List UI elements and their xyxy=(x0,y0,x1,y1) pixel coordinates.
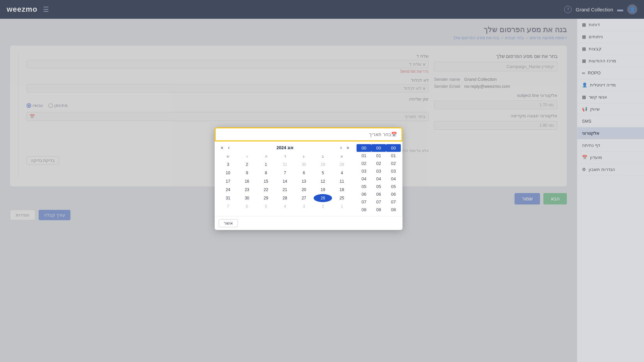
time-item-hour-00[interactable]: 00 xyxy=(386,144,401,152)
cal-day-6[interactable]: 3 xyxy=(219,161,237,169)
time-item-min2-03[interactable]: 03 xyxy=(357,167,371,175)
time-item-min1-00[interactable]: 00 xyxy=(371,144,386,152)
time-item-min2-07[interactable]: 07 xyxy=(357,198,371,206)
cal-day-15[interactable]: 12 xyxy=(314,177,332,185)
time-item-min2-08[interactable]: 08 xyxy=(357,206,371,214)
cal-day-14[interactable]: 11 xyxy=(332,177,351,185)
cal-day-27[interactable]: 24 xyxy=(219,186,237,194)
cal-day-17[interactable]: 14 xyxy=(276,177,294,185)
cal-day-3[interactable]: 31 xyxy=(276,161,294,169)
cal-day-5[interactable]: 2 xyxy=(238,161,257,169)
cal-day-31[interactable]: 28 xyxy=(276,194,294,202)
cal-next-month[interactable]: › xyxy=(226,144,232,151)
cal-day-35[interactable]: 1 xyxy=(332,202,351,210)
cal-confirm-button[interactable]: אשור xyxy=(219,219,238,227)
cal-day-33[interactable]: 30 xyxy=(238,194,257,202)
cal-day-8[interactable]: 5 xyxy=(314,169,332,177)
time-col-minutes1: 00 01 02 03 04 05 06 07 08 xyxy=(371,144,386,214)
cal-day-28[interactable]: 25 xyxy=(332,194,351,202)
cal-day-30[interactable]: 27 xyxy=(294,194,313,202)
cal-day-38[interactable]: 4 xyxy=(276,202,294,210)
cal-day-25[interactable]: 22 xyxy=(257,186,275,194)
time-item-hour-08[interactable]: 08 xyxy=(386,206,401,214)
cal-day-37[interactable]: 3 xyxy=(294,202,313,210)
cal-day-24[interactable]: 21 xyxy=(276,186,294,194)
cal-days-header: א ב ג ד ה ו ש xyxy=(219,154,351,159)
cal-month-label: אוג 2024 xyxy=(276,145,293,150)
cal-prev-year[interactable]: « xyxy=(344,144,351,151)
cal-day-20[interactable]: 17 xyxy=(219,177,237,185)
cal-next-year[interactable]: » xyxy=(219,144,225,151)
time-item-hour-04[interactable]: 04 xyxy=(386,175,401,183)
cal-day-7[interactable]: 4 xyxy=(332,169,351,177)
time-col-hours: 00 01 02 03 04 05 06 07 08 xyxy=(386,144,401,214)
time-item-min1-08[interactable]: 08 xyxy=(371,206,386,214)
time-item-min2-04[interactable]: 04 xyxy=(357,175,371,183)
day-header-sun: א xyxy=(332,154,351,159)
calendar-section: « ‹ אוג 2024 › » א ב ג ד ה ו ש 282930311… xyxy=(215,141,355,216)
time-item-min2-00[interactable]: 00 xyxy=(357,144,371,152)
time-item-min2-02[interactable]: 02 xyxy=(357,160,371,167)
time-item-hour-05[interactable]: 05 xyxy=(386,183,401,190)
time-item-min2-01[interactable]: 01 xyxy=(357,152,371,160)
datetime-picker: 📅 00 01 02 03 04 05 06 07 08 00 01 02 03 xyxy=(215,127,402,230)
time-item-min2-05[interactable]: 05 xyxy=(357,183,371,190)
day-header-wed: ד xyxy=(275,154,294,159)
time-item-hour-03[interactable]: 03 xyxy=(386,167,401,175)
cal-day-4[interactable]: 1 xyxy=(257,161,275,169)
cal-day-40[interactable]: 6 xyxy=(238,202,257,210)
time-item-min1-03[interactable]: 03 xyxy=(371,167,386,175)
time-item-hour-01[interactable]: 01 xyxy=(386,152,401,160)
cal-day-19[interactable]: 16 xyxy=(238,177,257,185)
time-item-min1-06[interactable]: 06 xyxy=(371,190,386,198)
cal-day-12[interactable]: 9 xyxy=(238,169,257,177)
cal-day-22[interactable]: 19 xyxy=(314,186,332,194)
time-item-min1-01[interactable]: 01 xyxy=(371,152,386,160)
datetime-body: 00 01 02 03 04 05 06 07 08 00 01 02 03 0… xyxy=(215,141,402,216)
picker-calendar-icon: 📅 xyxy=(391,132,397,137)
cal-day-9[interactable]: 6 xyxy=(294,169,313,177)
datetime-input-field[interactable] xyxy=(220,132,391,137)
cal-day-39[interactable]: 5 xyxy=(257,202,275,210)
cal-day-29[interactable]: 26 xyxy=(314,194,332,202)
time-item-hour-06[interactable]: 06 xyxy=(386,190,401,198)
cal-day-21[interactable]: 18 xyxy=(332,186,351,194)
cal-day-10[interactable]: 7 xyxy=(276,169,294,177)
time-item-min1-07[interactable]: 07 xyxy=(371,198,386,206)
time-item-min2-06[interactable]: 06 xyxy=(357,190,371,198)
cal-day-41[interactable]: 7 xyxy=(219,202,237,210)
time-columns: 00 01 02 03 04 05 06 07 08 00 01 02 03 0… xyxy=(355,141,402,216)
cal-day-1[interactable]: 29 xyxy=(314,161,332,169)
cal-header: « ‹ אוג 2024 › » xyxy=(219,144,351,151)
cal-day-13[interactable]: 10 xyxy=(219,169,237,177)
time-item-min1-04[interactable]: 04 xyxy=(371,175,386,183)
cal-day-36[interactable]: 2 xyxy=(314,202,332,210)
cal-confirm: אשור xyxy=(215,216,402,230)
day-header-thu: ה xyxy=(257,154,275,159)
day-header-fri: ו xyxy=(237,154,256,159)
cal-day-34[interactable]: 31 xyxy=(219,194,237,202)
time-item-min1-02[interactable]: 02 xyxy=(371,160,386,167)
time-item-min1-05[interactable]: 05 xyxy=(371,183,386,190)
day-header-mon: ב xyxy=(313,154,332,159)
cal-day-2[interactable]: 30 xyxy=(294,161,313,169)
cal-day-26[interactable]: 23 xyxy=(238,186,257,194)
cal-prev-month[interactable]: ‹ xyxy=(338,144,344,151)
cal-day-32[interactable]: 29 xyxy=(257,194,275,202)
time-col-minutes2: 00 01 02 03 04 05 06 07 08 xyxy=(357,144,371,214)
cal-day-0[interactable]: 28 xyxy=(332,161,351,169)
time-item-hour-07[interactable]: 07 xyxy=(386,198,401,206)
time-item-hour-02[interactable]: 02 xyxy=(386,160,401,167)
cal-days: 2829303112345678910111213141516171819202… xyxy=(219,161,351,210)
day-header-sat: ש xyxy=(219,154,237,159)
day-header-tue: ג xyxy=(294,154,313,159)
cal-day-16[interactable]: 13 xyxy=(294,177,313,185)
cal-day-18[interactable]: 15 xyxy=(257,177,275,185)
cal-day-11[interactable]: 8 xyxy=(257,169,275,177)
cal-day-23[interactable]: 20 xyxy=(294,186,313,194)
datetime-input-bar: 📅 xyxy=(215,127,402,141)
